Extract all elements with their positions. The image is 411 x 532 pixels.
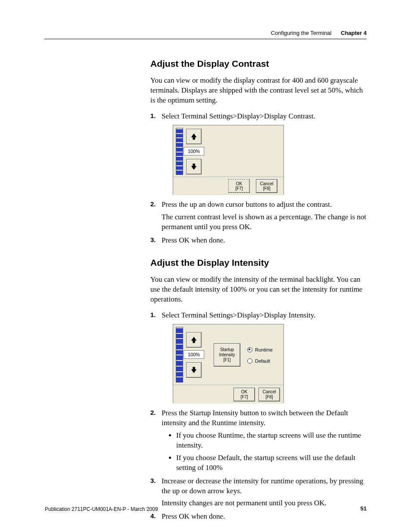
step-follow-text: The current contrast level is shown as a… (162, 212, 368, 232)
header-chapter: Chapter 4 (341, 30, 367, 36)
page-content: Adjust the Display Contrast You can view… (150, 58, 368, 529)
intensity-cancel-button[interactable]: Cancel [F8] (258, 388, 280, 401)
contrast-ok-button[interactable]: OK [F7] (228, 179, 250, 193)
arrow-up-icon (190, 336, 198, 344)
button-key: [F7] (240, 395, 248, 400)
heading-intensity: Adjust the Display Intensity (150, 257, 368, 269)
button-key: [F1] (223, 358, 230, 363)
page-header: Configuring the Terminal Chapter 4 (44, 29, 367, 39)
contrast-down-button[interactable] (186, 159, 202, 174)
radio-label: Runtime (255, 347, 273, 353)
step-text: Select Terminal Settings>Display>Display… (162, 311, 368, 320)
step-text: Press OK when done. (162, 236, 368, 246)
arrow-down-icon (190, 366, 198, 374)
contrast-cancel-button[interactable]: Cancel [F8] (256, 179, 277, 193)
startup-intensity-button[interactable]: Startup Intensity [F1] (214, 343, 240, 367)
contrast-step-2: 2. Press the up an down cursor buttons t… (150, 200, 368, 232)
radio-default[interactable]: Default (247, 358, 270, 364)
step-text: Press the up an down cursor buttons to a… (162, 200, 368, 210)
intensity-step-1: 1. Select Terminal Settings>Display>Disp… (150, 311, 368, 403)
button-key: [F8] (263, 186, 270, 191)
intensity-step-2: 2. Press the Startup Intensity button to… (150, 408, 368, 473)
step-number: 3. (150, 476, 156, 485)
intensity-level-bar (176, 327, 183, 383)
intro-intensity: You can view or modify the intensity of … (150, 275, 368, 305)
step-text: Select Terminal Settings>Display>Display… (162, 112, 368, 121)
arrow-up-icon (190, 133, 198, 140)
step-text: Press the Startup Intensity button to sw… (162, 408, 368, 428)
button-label: OK (236, 181, 242, 187)
radio-runtime[interactable]: Runtime (247, 347, 273, 353)
button-label: Cancel (260, 181, 273, 187)
contrast-step-3: 3. Press OK when done. (150, 236, 368, 246)
step-number: 3. (150, 236, 156, 244)
step-number: 2. (150, 408, 156, 417)
step-number: 1. (150, 112, 156, 120)
step-text: Press OK when done. (162, 512, 368, 522)
step-number: 2. (150, 200, 156, 208)
button-key: [F7] (235, 186, 243, 191)
step-number: 4. (150, 512, 156, 520)
button-label: OK (241, 389, 247, 395)
contrast-value: 100% (184, 147, 204, 156)
publication-footer: Publication 2711PC-UM001A-EN-P - March 2… (45, 506, 158, 513)
contrast-step-1: 1. Select Terminal Settings>Display>Disp… (150, 112, 368, 195)
arrow-down-icon (190, 163, 198, 171)
step-number: 1. (150, 311, 156, 319)
intensity-ok-button[interactable]: OK [F7] (234, 388, 255, 401)
intensity-step-4: 4. Press OK when done. (150, 512, 368, 522)
intensity-up-button[interactable] (186, 332, 202, 348)
button-label: Cancel (262, 389, 276, 395)
intro-contrast: You can view or modify the display contr… (150, 76, 368, 106)
radio-label: Default (255, 358, 270, 364)
contrast-level-bar (176, 128, 183, 175)
page-number: 51 (361, 505, 367, 513)
step-text: Increase or decrease the intensity for r… (162, 476, 368, 496)
radio-icon (247, 347, 252, 352)
bullet-default: If you choose Default, the startup scree… (176, 453, 368, 473)
contrast-up-button[interactable] (186, 129, 202, 144)
intensity-step-3: 3. Increase or decrease the intensity fo… (150, 476, 368, 509)
button-label-line: Intensity (219, 352, 235, 358)
intensity-down-button[interactable] (186, 362, 202, 378)
contrast-dialog: 100% OK [F7] Cancel (173, 125, 284, 195)
header-section: Configuring the Terminal (271, 30, 332, 36)
bullet-runtime: If you choose Runtime, the startup scree… (176, 431, 368, 451)
radio-icon (247, 358, 252, 364)
button-key: [F8] (265, 395, 273, 400)
step-follow-text: Intensity changes are not permanent unti… (162, 498, 368, 508)
intensity-value: 100% (184, 350, 204, 359)
heading-contrast: Adjust the Display Contrast (150, 58, 368, 70)
button-label-line: Startup (220, 347, 234, 352)
intensity-dialog: 100% Startup Intensity [F1] (173, 324, 284, 403)
